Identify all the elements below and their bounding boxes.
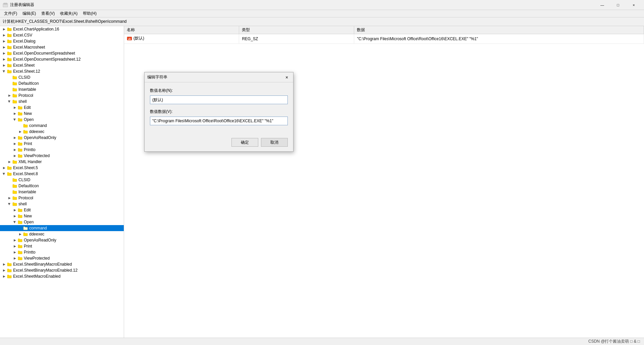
folder-icon — [17, 250, 23, 255]
menu-edit[interactable]: 编辑(E) — [20, 10, 39, 17]
tree-item-clsid-1[interactable]: CLSID — [0, 74, 124, 80]
tree-item-edit-1[interactable]: ▶ Edit — [0, 105, 124, 111]
tree-item-command-1[interactable]: command — [0, 123, 124, 129]
folder-icon — [7, 63, 12, 68]
folder-icon — [17, 244, 23, 249]
tree-arrow: ▶ — [1, 64, 7, 67]
tree-item-excel-sheetbinary[interactable]: ▶ Excel.SheetBinaryMacroEnabled — [0, 261, 124, 267]
data-input[interactable] — [150, 117, 288, 125]
tree-item-excel-sheetmacro[interactable]: ▶ Excel.SheetMacroEnabled — [0, 273, 124, 279]
tree-item-viewprotected-1[interactable]: ▶ ViewProtected — [0, 153, 124, 159]
tree-item-excel-csv[interactable]: ▶ Excel.CSV — [0, 32, 124, 38]
folder-icon — [17, 141, 23, 146]
tree-label: CLSID — [18, 178, 30, 182]
tree-item-excel-sheet8[interactable]: ▶ Excel.Sheet.8 — [0, 171, 124, 177]
tree-arrow: ▶ — [12, 214, 17, 218]
tree-item-openasreadonly-2[interactable]: ▶ OpenAsReadOnly — [0, 237, 124, 243]
tree-item-excel-sheet5[interactable]: ▶ Excel.Sheet.5 — [0, 165, 124, 171]
table-row[interactable]: ab (默认)REG_SZ"C:\Program Files\Microsoft… — [124, 34, 644, 44]
menu-favorites[interactable]: 收藏夹(A) — [57, 10, 80, 17]
folder-icon — [17, 214, 23, 218]
tree-item-viewprotected-2[interactable]: ▶ ViewProtected — [0, 255, 124, 261]
tree-label: command — [29, 123, 47, 128]
tree-arrow: ▶ — [7, 160, 12, 163]
tree-arrow: ▶ — [1, 52, 7, 55]
tree-item-ddeexec-1[interactable]: ▶ ddeexec — [0, 129, 124, 135]
tree-label: New — [24, 111, 32, 116]
tree-item-print-1[interactable]: ▶ Print — [0, 141, 124, 147]
folder-icon — [12, 87, 17, 92]
tree-item-excel-dialog[interactable]: ▶ Excel.Dialog — [0, 38, 124, 44]
tree-arrow: ▶ — [1, 46, 7, 49]
tree-item-insertable-1[interactable]: Insertable — [0, 86, 124, 92]
folder-icon — [7, 33, 12, 38]
tree-item-open-1[interactable]: ▶ Open — [0, 117, 124, 123]
tree-item-printto-2[interactable]: ▶ Printto — [0, 249, 124, 255]
app-icon — [3, 2, 8, 8]
tree-label: Edit — [24, 208, 31, 212]
tree-item-defaulticon-1[interactable]: DefaultIcon — [0, 80, 124, 86]
name-input[interactable] — [150, 95, 288, 104]
menu-view[interactable]: 查看(V) — [39, 10, 57, 17]
tree-item-excel-sheet12[interactable]: ▶ Excel.Sheet.12 — [0, 68, 124, 74]
tree-item-excel-macrosheet[interactable]: ▶ Excel.Macrosheet — [0, 44, 124, 50]
tree-label: DefaultIcon — [18, 184, 39, 188]
tree-item-clsid-2[interactable]: CLSID — [0, 177, 124, 183]
tree-item-excel-sheetbinary12[interactable]: ▶ Excel.SheetBinaryMacroEnabled.12 — [0, 267, 124, 273]
tree-item-defaulticon-2[interactable]: DefaultIcon — [0, 183, 124, 189]
tree-label: Excel.Macrosheet — [13, 45, 45, 50]
col-type: 类型 — [239, 26, 354, 34]
tree-item-excel-opendoc12[interactable]: ▶ Excel.OpenDocumentSpreadsheet.12 — [0, 56, 124, 62]
tree-item-new-1[interactable]: ▶ New — [0, 111, 124, 117]
tree-item-excel-opendoc[interactable]: ▶ Excel.OpenDocumentSpreadsheet — [0, 50, 124, 56]
tree-arrow: ▶ — [2, 171, 6, 177]
folder-icon — [17, 105, 23, 110]
tree-item-insertable-2[interactable]: Insertable — [0, 189, 124, 195]
tree-arrow: ▶ — [13, 219, 16, 225]
data-label: 数值数据(V): — [150, 109, 288, 115]
tree-arrow: ▶ — [7, 196, 12, 200]
cell-name: ab (默认) — [124, 34, 239, 44]
tree-item-xmlhandler[interactable]: ▶ XML Handler — [0, 159, 124, 165]
folder-icon — [17, 135, 23, 140]
folder-icon — [17, 153, 23, 158]
dialog-title: 编辑字符串 — [147, 74, 167, 80]
registry-tree[interactable]: ▶ Excel.ChartApplication.16▶ Excel.CSV▶ … — [0, 26, 124, 338]
tree-item-new-2[interactable]: ▶ New — [0, 213, 124, 219]
tree-item-protocol-2[interactable]: ▶ Protocol — [0, 195, 124, 201]
tree-item-openasreadonly-1[interactable]: ▶ OpenAsReadOnly — [0, 135, 124, 141]
tree-arrow: ▶ — [1, 275, 7, 278]
folder-icon — [23, 226, 28, 230]
cancel-button[interactable]: 取消 — [261, 138, 288, 147]
ok-button[interactable]: 确定 — [231, 138, 258, 147]
menu-help[interactable]: 帮助(H) — [80, 10, 99, 17]
col-data: 数据 — [354, 26, 644, 34]
tree-item-edit-2[interactable]: ▶ Edit — [0, 207, 124, 213]
tree-arrow: ▶ — [8, 99, 11, 104]
tree-arrow: ▶ — [1, 166, 7, 169]
tree-item-shell-1[interactable]: ▶ shell — [0, 98, 124, 105]
tree-label: XML Handler — [18, 159, 42, 164]
dialog-close-button[interactable]: × — [283, 74, 290, 81]
title-bar: 注册表编辑器 — □ × — [0, 0, 644, 10]
tree-label: Excel.Dialog — [13, 39, 36, 44]
tree-item-protocol-1[interactable]: ▶ Protocol — [0, 92, 124, 98]
tree-item-excel-chartapp[interactable]: ▶ Excel.ChartApplication.16 — [0, 26, 124, 32]
tree-item-shell-2[interactable]: ▶ shell — [0, 201, 124, 207]
menu-file[interactable]: 文件(F) — [1, 10, 20, 17]
svg-rect-2 — [4, 3, 7, 4]
minimize-button[interactable]: — — [595, 0, 610, 10]
maximize-button[interactable]: □ — [610, 0, 626, 10]
tree-item-ddeexec-2[interactable]: ▶ ddeexec — [0, 231, 124, 237]
tree-label: Excel.ChartApplication.16 — [13, 27, 59, 31]
tree-item-printto-1[interactable]: ▶ Printto — [0, 147, 124, 153]
tree-label: Print — [24, 141, 32, 146]
tree-item-print-2[interactable]: ▶ Print — [0, 243, 124, 249]
tree-item-excel-sheet[interactable]: ▶ Excel.Sheet — [0, 62, 124, 68]
tree-arrow: ▶ — [7, 94, 12, 97]
tree-item-command-2[interactable]: command — [0, 225, 124, 231]
status-bar: CSDN @打个酱油卖萌 □ & □ — [0, 338, 644, 345]
close-button[interactable]: × — [626, 0, 641, 10]
tree-item-open-2[interactable]: ▶ Open — [0, 219, 124, 225]
tree-label: CLSID — [18, 75, 30, 80]
